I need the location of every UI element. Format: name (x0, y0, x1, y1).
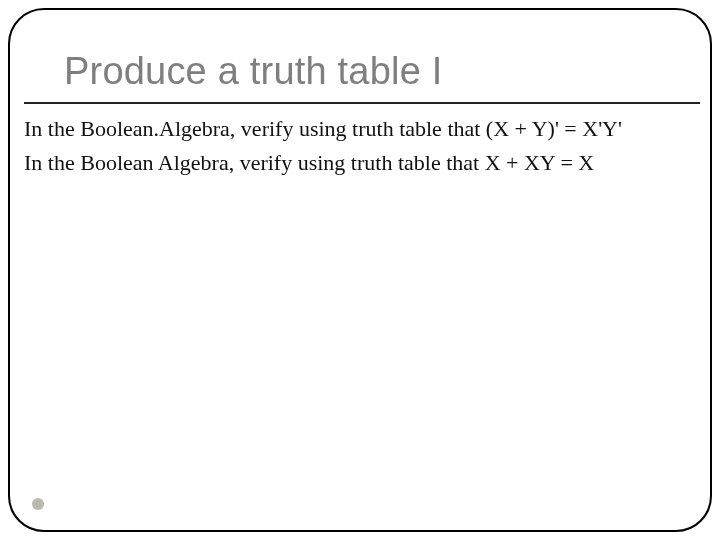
body-line: In the Boolean.Algebra, verify using tru… (24, 113, 704, 145)
body-line: In the Boolean Algebra, verify using tru… (24, 147, 704, 179)
slide-body: In the Boolean.Algebra, verify using tru… (24, 113, 704, 181)
slide-frame: Produce a truth table I In the Boolean.A… (8, 8, 712, 532)
title-underline (24, 102, 700, 104)
bullet-icon (32, 498, 44, 510)
slide-title: Produce a truth table I (64, 50, 443, 93)
